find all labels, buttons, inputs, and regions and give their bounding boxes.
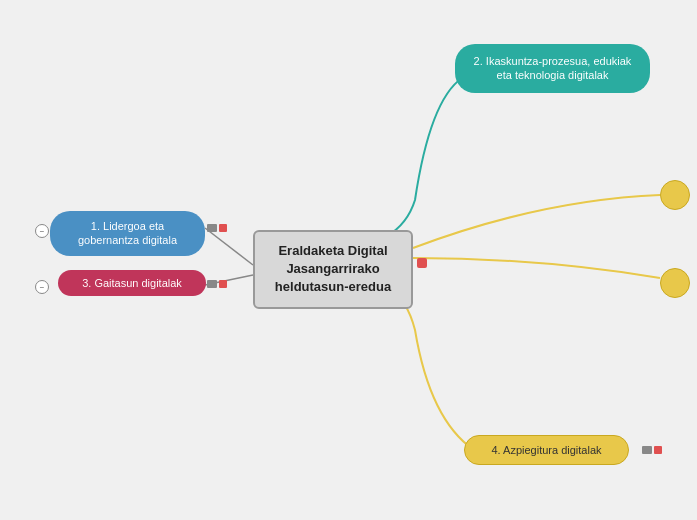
node-right-top[interactable] [660,180,690,210]
node-4-azpiegitura[interactable]: 4. Azpiegitura digitalak [464,435,629,465]
node-1-expand-controls[interactable]: − [35,224,49,238]
icon-red-center [417,258,427,268]
icon-bar-3 [207,280,217,288]
icon-bar-4 [642,446,652,454]
icon-red-1 [219,224,227,232]
center-node[interactable]: Eraldaketa Digital Jasangarrirako heldut… [253,230,413,309]
icon-red-4 [654,446,662,454]
node-3-expand-controls[interactable]: − [35,280,49,294]
node-3-inline-icons [207,280,227,288]
node-1-inline-icons [207,224,227,232]
node-2-ikaskuntza[interactable]: 2. Ikaskuntza-prozesua, edukiak eta tekn… [455,44,650,93]
node-3-gaitasun[interactable]: 3. Gaitasun digitalak [58,270,206,296]
node-right-mid[interactable] [660,268,690,298]
node-1-lidergoa[interactable]: 1. Lidergoa eta gobernantza digitala [50,211,205,256]
icon-red-3 [219,280,227,288]
node-4-inline-icons [642,446,662,454]
svg-line-0 [205,228,253,265]
icon-bar-1 [207,224,217,232]
expand-icon-3[interactable]: − [35,280,49,294]
expand-icon-1[interactable]: − [35,224,49,238]
